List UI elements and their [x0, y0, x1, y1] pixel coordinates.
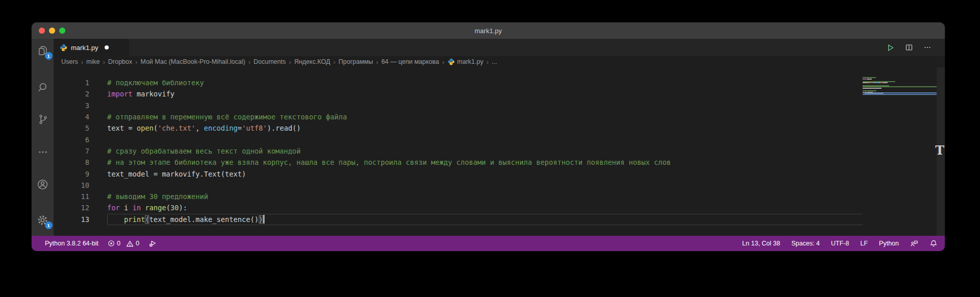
- settings-gear-icon[interactable]: 1: [36, 213, 50, 227]
- line-number[interactable]: 2: [54, 90, 89, 98]
- status-problems[interactable]: 0 0: [108, 240, 139, 247]
- feedback-icon[interactable]: [910, 239, 918, 247]
- minimap-current-line-highlight: [863, 92, 937, 95]
- run-file-button[interactable]: [886, 43, 895, 52]
- code-line[interactable]: 11# выводим 30 предложений: [54, 191, 863, 202]
- code-line-text: # сразу обрабатываем весь текст одной ко…: [107, 145, 863, 157]
- title-bar[interactable]: mark1.py: [32, 22, 945, 39]
- code-line-text: [107, 180, 863, 191]
- line-number[interactable]: 11: [54, 192, 89, 201]
- window-title: mark1.py: [475, 27, 502, 35]
- line-number[interactable]: 8: [54, 158, 89, 166]
- breadcrumb-label: Мой Mac (MacBook-Pro-Mihail.local): [140, 58, 245, 65]
- code-line-text: [107, 134, 863, 145]
- breadcrumb: Users›mike›Dropbox›Мой Mac (MacBook-Pro-…: [54, 56, 945, 67]
- status-bar: Python 3.8.2 64-bit 0: [32, 236, 945, 251]
- code-line[interactable]: 6: [54, 134, 863, 145]
- line-number[interactable]: 5: [54, 124, 89, 132]
- editor[interactable]: 1# подключаем библиотеку2import markovif…: [54, 67, 945, 236]
- code-line-text: # на этом этапе библиотека уже взяла кор…: [107, 157, 863, 168]
- code-line-text: # выводим 30 предложений: [107, 191, 863, 202]
- editor-scrollbar[interactable]: T: [937, 67, 945, 236]
- code-line[interactable]: 4# отправляем в переменную всё содержимо…: [54, 111, 863, 122]
- breadcrumb-item[interactable]: Мой Mac (MacBook-Pro-Mihail.local): [140, 58, 245, 65]
- line-number[interactable]: 1: [54, 79, 89, 87]
- vscode-window: mark1.py 1: [32, 22, 945, 251]
- line-number[interactable]: 4: [54, 113, 89, 121]
- source-control-icon[interactable]: [36, 113, 50, 126]
- breadcrumb-label: 64 — цепи маркова: [381, 58, 439, 65]
- code-line-text: print(text_model.make_sentence()): [107, 214, 863, 225]
- minimap[interactable]: [863, 67, 937, 236]
- breadcrumb-separator-icon: ›: [248, 58, 250, 66]
- breadcrumb-item[interactable]: ...: [492, 58, 497, 65]
- notifications-bell-icon[interactable]: [929, 239, 938, 247]
- more-views-icon[interactable]: [36, 145, 50, 159]
- unsaved-changes-dot[interactable]: [105, 45, 109, 50]
- activity-bar: 1: [32, 39, 54, 236]
- code-line[interactable]: 10: [54, 180, 863, 191]
- line-number[interactable]: 12: [54, 204, 89, 212]
- code-line[interactable]: 13 print(text_model.make_sentence()): [54, 214, 863, 225]
- code-line[interactable]: 8# на этом этапе библиотека уже взяла ко…: [54, 157, 863, 168]
- status-encoding[interactable]: UTF-8: [831, 240, 849, 247]
- breadcrumb-separator-icon: ›: [376, 58, 378, 66]
- explorer-badge: 1: [45, 52, 53, 60]
- minimize-window-button[interactable]: [49, 28, 55, 34]
- split-editor-button[interactable]: [905, 43, 913, 52]
- mouse-cursor-ibeam: T: [935, 144, 944, 157]
- error-count: 0: [117, 240, 120, 247]
- breadcrumb-separator-icon: ›: [442, 58, 444, 66]
- code-line[interactable]: 12for i in range(30):: [54, 202, 863, 213]
- breadcrumb-item[interactable]: Documents: [254, 58, 286, 65]
- code-line-text: import markovify: [107, 88, 863, 100]
- line-number[interactable]: 7: [54, 147, 89, 155]
- breadcrumb-item[interactable]: Программы: [338, 58, 373, 65]
- code-line[interactable]: 1# подключаем библиотеку: [54, 77, 863, 88]
- warning-icon: [126, 240, 134, 247]
- code-line-text: text = open('che.txt', encoding='utf8').…: [107, 122, 863, 134]
- error-icon: [108, 240, 115, 247]
- tab-label: mark1.py: [71, 44, 98, 52]
- run-python-file-icon[interactable]: [149, 239, 157, 247]
- breadcrumb-separator-icon: ›: [289, 58, 291, 66]
- status-indentation[interactable]: Spaces: 4: [791, 240, 820, 247]
- breadcrumb-item[interactable]: mark1.py: [448, 58, 483, 65]
- search-icon[interactable]: [36, 81, 50, 94]
- warning-count: 0: [136, 240, 139, 247]
- breadcrumb-item[interactable]: 64 — цепи маркова: [381, 58, 439, 65]
- breadcrumb-separator-icon: ›: [81, 58, 83, 66]
- explorer-icon[interactable]: 1: [36, 44, 50, 57]
- status-eol[interactable]: LF: [860, 240, 868, 247]
- close-window-button[interactable]: [39, 28, 45, 34]
- line-number[interactable]: 9: [54, 170, 89, 178]
- line-number[interactable]: 13: [54, 215, 89, 224]
- breadcrumb-item[interactable]: Яндекс.КОД: [294, 58, 330, 65]
- status-line-col[interactable]: Ln 13, Col 38: [742, 240, 780, 247]
- code-line[interactable]: 7# сразу обрабатываем весь текст одной к…: [54, 145, 863, 157]
- code-line[interactable]: 9text_model = markovify.Text(text): [54, 168, 863, 179]
- code-line-text: text_model = markovify.Text(text): [107, 168, 863, 179]
- line-number[interactable]: 10: [54, 181, 89, 189]
- tab-mark1py[interactable]: mark1.py: [54, 39, 129, 56]
- breadcrumb-item[interactable]: mike: [86, 58, 100, 65]
- line-number[interactable]: 6: [54, 136, 89, 144]
- account-icon[interactable]: [36, 178, 50, 191]
- code-line[interactable]: 3: [54, 100, 863, 111]
- breadcrumb-label: mike: [86, 58, 100, 65]
- code-line-text: for i in range(30):: [107, 202, 863, 213]
- zoom-window-button[interactable]: [59, 28, 65, 34]
- breadcrumb-label: Users: [61, 58, 78, 65]
- code-line[interactable]: 5text = open('che.txt', encoding='utf8')…: [54, 122, 863, 134]
- breadcrumb-item[interactable]: Dropbox: [108, 58, 132, 65]
- more-actions-button[interactable]: [923, 43, 932, 52]
- breadcrumb-separator-icon: ›: [135, 58, 137, 66]
- python-file-icon: [60, 44, 67, 52]
- breadcrumb-item[interactable]: Users: [61, 58, 78, 65]
- line-number[interactable]: 3: [54, 102, 89, 110]
- breadcrumb-label: mark1.py: [457, 58, 483, 65]
- status-python-version[interactable]: Python 3.8.2 64-bit: [45, 240, 99, 247]
- status-language[interactable]: Python: [879, 240, 899, 247]
- breadcrumb-separator-icon: ›: [103, 58, 105, 66]
- code-line[interactable]: 2import markovify: [54, 88, 863, 100]
